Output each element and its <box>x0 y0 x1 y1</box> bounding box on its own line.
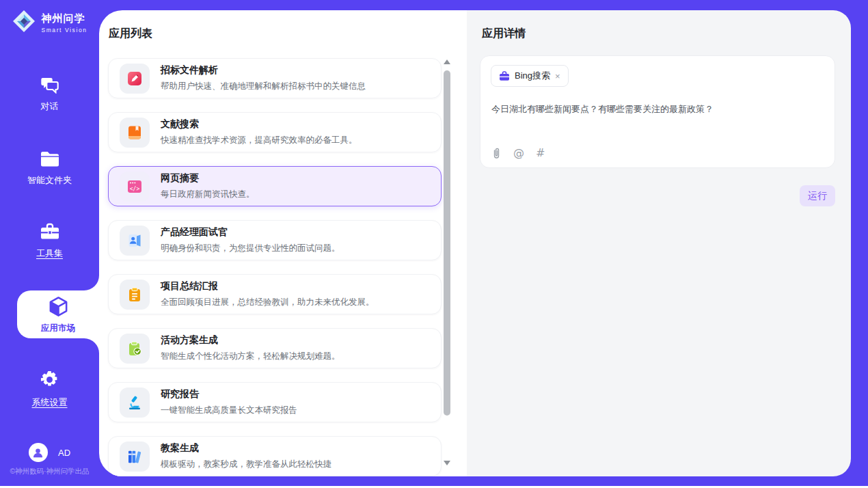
avatar[interactable] <box>29 443 48 462</box>
app-desc: 每日政府新闻资讯快查。 <box>161 189 255 200</box>
app-name: 文献搜索 <box>161 118 357 131</box>
sidebar-item-label: 系统设置 <box>32 396 68 409</box>
sidebar-item-gear[interactable]: 系统设置 <box>0 370 99 409</box>
app-list-panel: 应用列表 招标文件解析帮助用户快速、准确地理解和解析招标书中的关键信息 文献搜索… <box>99 10 467 476</box>
app-card[interactable]: 文献搜索快速精准查找学术资源，提高研究效率的必备工具。 <box>108 112 442 152</box>
sidebar-item-label: 智能文件夹 <box>27 174 72 187</box>
app-desc: 帮助用户快速、准确地理解和解析招标书中的关键信息 <box>161 81 366 92</box>
composer-toolbar: @ # <box>491 146 545 159</box>
app-card[interactable]: 产品经理面试官明确身份和职责，为您提供专业性的面试问题。 <box>108 220 442 260</box>
tab-curve-bottom <box>84 338 99 353</box>
clipboard-icon <box>120 280 150 310</box>
app-list-title: 应用列表 <box>109 27 152 41</box>
sidebar-item-label: 应用市场 <box>41 323 75 334</box>
cube-icon <box>47 295 70 321</box>
tab-curve-top <box>84 275 99 290</box>
app-name: 教案生成 <box>161 442 331 455</box>
app-card[interactable]: 活动方案生成智能生成个性化活动方案，轻松解决规划难题。 <box>108 328 442 368</box>
sidebar-item-folder[interactable]: 智能文件夹 <box>0 150 99 187</box>
book-icon <box>120 118 150 148</box>
brand-logo: 神州问学 Smart Vision <box>0 9 99 36</box>
gear-icon <box>40 370 59 392</box>
sidebar-item-toolbox[interactable]: 工具集 <box>0 222 99 260</box>
sidebar: 神州问学 Smart Vision 对话 智能文件夹 工具集 应用市场 系统设置 <box>0 0 99 488</box>
app-card[interactable]: 教案生成模板驱动，教案秒成，教学准备从此轻松快捷 <box>108 436 442 476</box>
app-card[interactable]: 研究报告一键智能生成高质量长文本研究报告 <box>108 382 442 422</box>
toolbox-icon <box>40 222 60 243</box>
brand-subtitle: Smart Vision <box>41 27 87 33</box>
app-name: 网页摘要 <box>161 172 255 185</box>
app-name: 项目总结汇报 <box>161 280 375 293</box>
scroll-thumb[interactable] <box>444 70 450 416</box>
briefcase-icon <box>499 71 510 81</box>
app-desc: 快速精准查找学术资源，提高研究效率的必备工具。 <box>161 135 357 146</box>
folder-icon <box>40 150 60 170</box>
paperclip-icon[interactable] <box>491 147 502 159</box>
brand-diamond-icon <box>12 9 36 36</box>
sidebar-item-chat[interactable]: 对话 <box>0 75 99 113</box>
app-desc: 一键智能生成高质量长文本研究报告 <box>161 405 297 416</box>
interview-icon <box>120 226 150 256</box>
app-desc: 模板驱动，教案秒成，教学准备从此轻松快捷 <box>161 459 331 470</box>
app-name: 产品经理面试官 <box>161 226 340 239</box>
at-icon[interactable]: @ <box>513 146 524 159</box>
app-detail-title: 应用详情 <box>482 27 526 41</box>
content-area: 应用列表 招标文件解析帮助用户快速、准确地理解和解析招标书中的关键信息 文献搜索… <box>99 10 851 476</box>
tool-chip-bing-search[interactable]: Bing搜索 × <box>491 65 569 87</box>
app-card-list: 招标文件解析帮助用户快速、准确地理解和解析招标书中的关键信息 文献搜索快速精准查… <box>108 58 442 476</box>
app-window: 应用列表 招标文件解析帮助用户快速、准确地理解和解析招标书中的关键信息 文献搜索… <box>0 0 868 488</box>
close-icon[interactable]: × <box>555 72 560 81</box>
app-card[interactable]: 项目总结汇报全面回顾项目进展，总结经验教训，助力未来优化发展。 <box>108 274 442 314</box>
app-name: 活动方案生成 <box>161 334 340 347</box>
app-card[interactable]: 招标文件解析帮助用户快速、准确地理解和解析招标书中的关键信息 <box>108 58 442 98</box>
sidebar-item-label: 对话 <box>41 100 59 113</box>
doc-edit-icon <box>120 64 150 94</box>
user-row: AD <box>0 443 99 462</box>
books-icon <box>120 442 150 472</box>
app-name: 招标文件解析 <box>161 64 366 77</box>
scroll-up-icon[interactable] <box>444 59 450 64</box>
hash-icon[interactable]: # <box>536 146 545 159</box>
composer-card: Bing搜索 × 今日湖北有哪些新闻要点？有哪些需要关注的最新政策？ @ # <box>480 55 835 168</box>
copyright-text: ©神州数码·神州问学出品 <box>0 467 99 476</box>
svg-text:</>: </> <box>130 185 140 191</box>
app-detail-panel: 应用详情 Bing搜索 × 今日湖北有哪些新闻要点？有哪些需要关注的最新政策？ <box>467 10 851 476</box>
sidebar-item-cube[interactable]: 应用市场 <box>17 290 99 338</box>
browser-icon: </> <box>120 172 150 202</box>
chat-icon <box>40 75 59 96</box>
tool-chip-label: Bing搜索 <box>515 70 550 82</box>
sidebar-item-label: 工具集 <box>36 247 63 260</box>
clipboard-check-icon <box>120 334 150 364</box>
microscope-icon <box>120 388 150 418</box>
scrollbar[interactable] <box>443 58 451 467</box>
app-card[interactable]: </> 网页摘要每日政府新闻资讯快查。 <box>108 166 442 206</box>
query-input[interactable]: 今日湖北有哪些新闻要点？有哪些需要关注的最新政策？ <box>491 103 819 116</box>
brand-name: 神州问学 <box>41 12 87 25</box>
app-name: 研究报告 <box>161 388 297 401</box>
app-desc: 智能生成个性化活动方案，轻松解决规划难题。 <box>161 351 340 362</box>
run-button[interactable]: 运行 <box>800 185 835 206</box>
app-desc: 明确身份和职责，为您提供专业性的面试问题。 <box>161 243 340 254</box>
scroll-down-icon[interactable] <box>444 461 450 465</box>
user-initials: AD <box>58 448 70 458</box>
app-desc: 全面回顾项目进展，总结经验教训，助力未来优化发展。 <box>161 297 375 308</box>
